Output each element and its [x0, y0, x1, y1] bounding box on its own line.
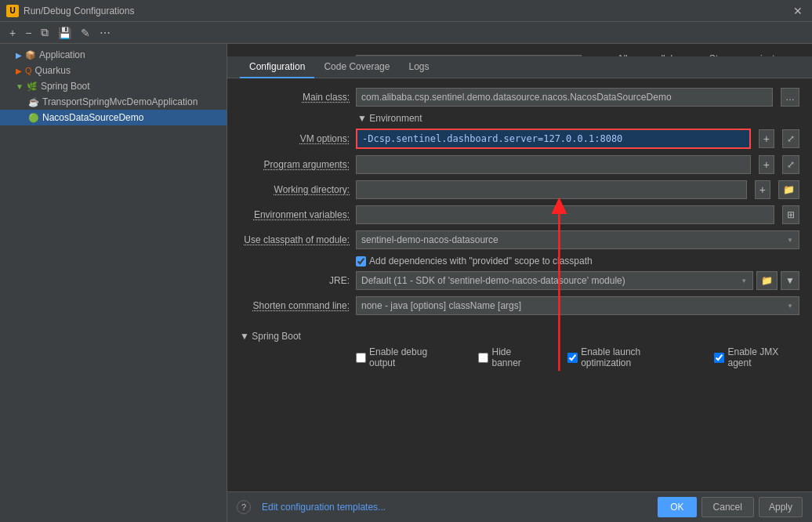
- sidebar-item-transport-label: TransportSpringMvcDemoApplication: [42, 96, 198, 107]
- jre-row: JRE: Default (11 - SDK of 'sentinel-demo…: [240, 271, 799, 290]
- add-deps-label[interactable]: Add dependencies with "provided" scope t…: [356, 256, 593, 266]
- add-config-button[interactable]: +: [6, 25, 19, 41]
- config-content: Main class: … ▼ Environment VM options: …: [227, 78, 812, 491]
- classpath-label: Use classpath of module:: [240, 234, 350, 245]
- jre-label: JRE:: [240, 275, 350, 286]
- edit-templates-link[interactable]: Edit configuration templates...: [262, 502, 386, 513]
- program-args-add-button[interactable]: +: [759, 155, 774, 174]
- shorten-cmd-select[interactable]: none - java [options] className [args]: [356, 296, 799, 315]
- copy-config-button[interactable]: ⧉: [38, 24, 52, 41]
- spring-boot-checkboxes: Enable debug output Hide banner Enable l…: [240, 346, 799, 373]
- ok-button[interactable]: OK: [658, 497, 696, 517]
- working-dir-row: Working directory: + 📁: [240, 180, 799, 199]
- tab-code-coverage[interactable]: Code Coverage: [314, 56, 399, 78]
- bottom-bar: ? Edit configuration templates... OK Can…: [227, 491, 812, 522]
- add-deps-row: Add dependencies with "provided" scope t…: [240, 256, 799, 266]
- java-icon-transport: ☕: [28, 97, 39, 107]
- config-form: Main class: … ▼ Environment VM options: …: [227, 78, 812, 386]
- jre-select-wrapper: Default (11 - SDK of 'sentinel-demo-naco…: [356, 271, 799, 290]
- tab-logs[interactable]: Logs: [399, 56, 438, 78]
- app-icon: U: [6, 5, 19, 17]
- remove-config-button[interactable]: −: [22, 25, 34, 41]
- jre-browse-button[interactable]: 📁: [756, 271, 778, 290]
- apply-button[interactable]: Apply: [759, 497, 803, 517]
- enable-debug-checkbox[interactable]: [356, 353, 366, 363]
- toolbar: + − ⧉ 💾 ✎ ⋯: [0, 22, 812, 44]
- edit-config-button[interactable]: ✎: [78, 25, 93, 41]
- shorten-cmd-select-wrapper: none - java [options] className [args]: [356, 296, 799, 315]
- vm-options-row: VM options: + ⤢: [240, 129, 799, 149]
- tabs: Configuration Code Coverage Logs: [227, 56, 812, 78]
- sidebar-item-spring-boot[interactable]: ▼ 🌿 Spring Boot: [0, 78, 227, 94]
- vm-options-input[interactable]: [356, 129, 751, 149]
- main-class-label: Main class:: [240, 92, 350, 103]
- program-args-expand-button[interactable]: ⤢: [782, 155, 799, 174]
- add-deps-checkbox[interactable]: [356, 256, 366, 266]
- env-vars-expand-button[interactable]: ⊞: [782, 205, 799, 224]
- main-class-browse-button[interactable]: …: [781, 88, 799, 107]
- expand-arrow-quarkus: ▶: [16, 67, 22, 75]
- sidebar-item-application[interactable]: ▶ 📦 Application: [0, 47, 227, 63]
- spring-boot-section: ▼ Spring Boot Enable debug output Hide b…: [240, 321, 799, 376]
- expand-arrow-spring: ▼: [16, 82, 24, 91]
- working-dir-label: Working directory:: [240, 184, 350, 195]
- enable-launch-checkbox[interactable]: [567, 353, 578, 363]
- spring-boot-section-label: ▼ Spring Boot: [240, 331, 301, 342]
- sidebar-item-spring-boot-label: Spring Boot: [41, 81, 90, 92]
- working-dir-browse-button[interactable]: 📁: [778, 180, 799, 199]
- hide-banner-label[interactable]: Hide banner: [478, 346, 539, 368]
- enable-jmx-checkbox[interactable]: [714, 353, 724, 363]
- sidebar-item-nacos[interactable]: 🟢 NacosDataSourceDemo: [0, 110, 227, 125]
- application-icon: 📦: [25, 50, 36, 60]
- enable-launch-label[interactable]: Enable launch optimization: [567, 346, 686, 368]
- jre-dropdown-button[interactable]: ▼: [781, 271, 799, 290]
- working-dir-input[interactable]: [356, 180, 747, 199]
- spring-boot-icon: 🌿: [27, 82, 38, 92]
- close-button[interactable]: ✕: [790, 5, 806, 17]
- nacos-icon: 🟢: [28, 113, 39, 123]
- vm-options-add-button[interactable]: +: [759, 129, 774, 148]
- main-area: ▶ 📦 Application ▶ Q Quarkus ▼ 🌿 Spring B…: [0, 44, 812, 522]
- expand-arrow-application: ▶: [16, 51, 22, 60]
- sidebar-item-quarkus[interactable]: ▶ Q Quarkus: [0, 63, 227, 78]
- sidebar: ▶ 📦 Application ▶ Q Quarkus ▼ 🌿 Spring B…: [0, 44, 227, 522]
- program-args-label: Program arguments:: [240, 159, 350, 170]
- working-dir-add-button[interactable]: +: [755, 180, 770, 199]
- classpath-select[interactable]: sentinel-demo-nacos-datasource: [356, 230, 799, 249]
- quarkus-icon: Q: [25, 66, 32, 75]
- environment-label: ▼ Environment: [357, 113, 422, 124]
- title-bar: U Run/Debug Configurations ✕: [0, 0, 812, 22]
- right-panel: Name: Allow parallel run Store as projec…: [227, 44, 812, 522]
- main-class-input[interactable]: [356, 88, 773, 107]
- vm-options-label: VM options:: [240, 133, 350, 144]
- bottom-bar-right: OK Cancel Apply: [658, 497, 803, 517]
- env-vars-row: Environment variables: ⊞: [240, 205, 799, 224]
- jre-select-outer: Default (11 - SDK of 'sentinel-demo-naco…: [356, 271, 753, 290]
- vm-options-container: [356, 129, 751, 149]
- sidebar-item-application-label: Application: [39, 49, 85, 60]
- form-header: Name: Allow parallel run Store as projec…: [227, 44, 812, 56]
- program-args-input[interactable]: [356, 155, 751, 174]
- env-vars-label: Environment variables:: [240, 209, 350, 220]
- bottom-bar-left: ? Edit configuration templates...: [237, 500, 386, 514]
- environment-section-header: ▼ Environment: [240, 113, 799, 124]
- cancel-button[interactable]: Cancel: [701, 497, 754, 517]
- more-button[interactable]: ⋯: [96, 25, 114, 41]
- tab-configuration[interactable]: Configuration: [240, 56, 314, 78]
- program-args-row: Program arguments: + ⤢: [240, 155, 799, 174]
- env-vars-input[interactable]: [356, 205, 774, 224]
- classpath-row: Use classpath of module: sentinel-demo-n…: [240, 230, 799, 249]
- jre-select[interactable]: Default (11 - SDK of 'sentinel-demo-naco…: [356, 271, 753, 290]
- vm-options-expand-button[interactable]: ⤢: [782, 129, 799, 148]
- enable-jmx-label[interactable]: Enable JMX agent: [714, 346, 799, 368]
- save-config-button[interactable]: 💾: [55, 25, 74, 41]
- sidebar-item-quarkus-label: Quarkus: [35, 65, 71, 76]
- spring-boot-section-header: ▼ Spring Boot: [240, 331, 799, 342]
- help-button[interactable]: ?: [237, 500, 251, 514]
- hide-banner-checkbox[interactable]: [478, 353, 488, 363]
- sidebar-item-nacos-label: NacosDataSourceDemo: [42, 112, 143, 123]
- main-class-row: Main class: …: [240, 88, 799, 107]
- sidebar-item-transport[interactable]: ☕ TransportSpringMvcDemoApplication: [0, 94, 227, 110]
- enable-debug-label[interactable]: Enable debug output: [356, 346, 450, 368]
- shorten-cmd-row: Shorten command line: none - java [optio…: [240, 296, 799, 315]
